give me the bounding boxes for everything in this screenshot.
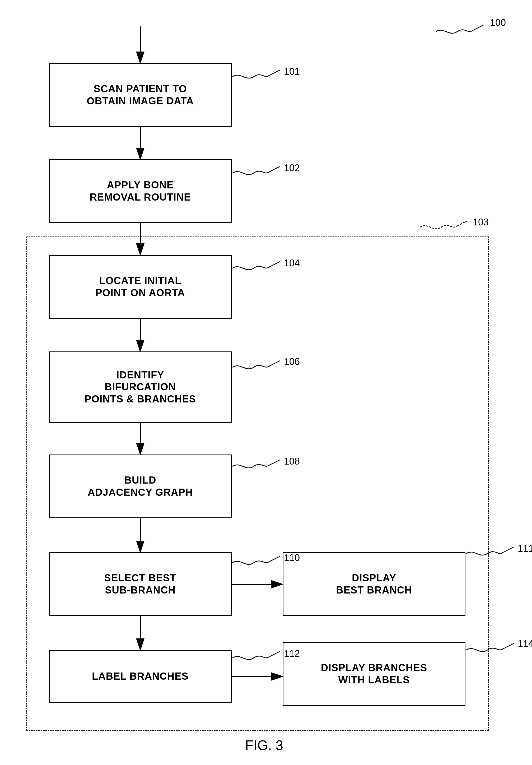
diagram-container: SCAN PATIENT TO OBTAIN IMAGE DATA APPLY … [0, 0, 532, 765]
figure-caption: FIG. 3 [198, 737, 330, 753]
svg-line-14 [457, 221, 468, 226]
box-display-best-branch: DISPLAY BEST BRANCH [282, 552, 465, 616]
ref-108: 108 [284, 456, 300, 467]
svg-line-21 [503, 643, 514, 649]
box-bone-removal: APPLY BONE REMOVAL ROUTINE [49, 159, 232, 223]
box-display-labels: DISPLAY BRANCHES WITH LABELS [282, 642, 465, 706]
ref-103: 103 [473, 217, 489, 228]
ref-102: 102 [284, 163, 300, 174]
ref-100: 100 [490, 17, 506, 28]
ref-106: 106 [284, 356, 300, 367]
box-scan-patient: SCAN PATIENT TO OBTAIN IMAGE DATA [49, 63, 232, 127]
ref-114: 114 [518, 638, 532, 649]
ref-104: 104 [284, 258, 300, 269]
box-label-branches: LABEL BRANCHES [49, 650, 232, 703]
svg-line-11 [473, 25, 483, 30]
svg-line-19 [503, 547, 514, 552]
ref-110: 110 [284, 552, 300, 563]
svg-line-13 [269, 167, 280, 172]
box-identify-bifurcation: IDENTIFY BIFURCATION POINTS & BRANCHES [49, 352, 232, 423]
ref-101: 101 [284, 66, 300, 77]
box-select-branch: SELECT BEST SUB-BRANCH [49, 552, 232, 616]
box-locate-aorta: LOCATE INITIAL POINT ON AORTA [49, 255, 232, 319]
ref-111: 111 [518, 543, 532, 554]
box-build-graph: BUILD ADJACENCY GRAPH [49, 454, 232, 518]
svg-line-12 [269, 70, 280, 75]
ref-112: 112 [284, 648, 300, 659]
